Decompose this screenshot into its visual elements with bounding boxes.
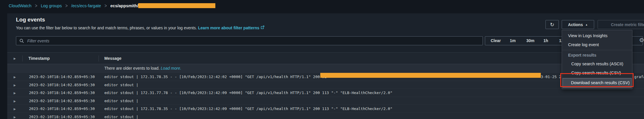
filter-events-box xyxy=(16,36,483,45)
refresh-icon: ↻ xyxy=(550,21,554,28)
actions-dropdown-menu: View in Logs Insights Create log event E… xyxy=(562,30,632,89)
chevron-right-icon: > xyxy=(35,3,37,9)
time-clear-button[interactable]: Clear xyxy=(491,37,501,45)
expand-row-icon[interactable]: ▶ xyxy=(14,84,16,87)
column-divider xyxy=(22,55,23,62)
older-events-notice: There are older events to load. xyxy=(104,66,160,71)
time-1h-button[interactable]: 1h xyxy=(543,37,548,45)
page-title: Log events xyxy=(16,17,45,23)
chevron-right-icon: > xyxy=(105,3,107,9)
older-events-row: There are older events to load. Load mor… xyxy=(7,64,644,73)
filter-events-input[interactable] xyxy=(27,38,479,44)
row-message: editor stdout | 172.31.78.35 - - [10/Feb… xyxy=(104,105,392,113)
expand-row-icon[interactable]: ▶ xyxy=(14,75,16,79)
gear-icon[interactable]: ⚙ xyxy=(639,37,644,44)
breadcrumb-log-groups[interactable]: Log groups xyxy=(41,3,62,8)
row-message-fragment: 3-01-25 21 xyxy=(541,73,563,81)
table-row: ▶ 2023-02-10T18:14:02.859+05:30 editor s… xyxy=(7,97,644,105)
create-metric-filter-button[interactable]: Create metric filter xyxy=(598,20,644,29)
column-header-message: Message xyxy=(104,53,121,64)
column-divider xyxy=(99,55,99,62)
row-timestamp: 2023-02-10T18:14:02.859+05:30 xyxy=(29,73,95,81)
expand-row-icon[interactable]: ▶ xyxy=(14,100,16,103)
external-link-icon xyxy=(261,25,265,29)
breadcrumb-log-group[interactable]: /ecs/ecs-fargate xyxy=(71,3,101,8)
table-row: ▶ 2023-02-10T18:14:02.859+05:30 editor s… xyxy=(7,73,644,81)
row-timestamp: 2023-02-10T18:14:02.859+05:30 xyxy=(29,97,95,105)
table-row: ▶ 2023-02-10T18:14:02.859+05:30 editor s… xyxy=(7,104,644,113)
menu-item-download-search-results-csv[interactable]: Download search results (CSV) xyxy=(563,78,632,88)
search-icon xyxy=(19,39,24,43)
expand-row-icon[interactable]: ▶ xyxy=(14,91,16,95)
chevron-right-icon: > xyxy=(65,3,68,9)
menu-item-create-log-event[interactable]: Create log event xyxy=(562,40,632,49)
caret-up-icon: ▲ xyxy=(585,23,588,26)
breadcrumb: CloudWatch > Log groups > /ecs/ecs-farga… xyxy=(9,3,215,8)
table-row: ▶ 2023-02-10T18:14:02.859+05:30 editor s… xyxy=(7,89,644,97)
breadcrumb-current: ecs/appsmith/ xyxy=(110,3,216,8)
cloudwatch-log-events-page: CloudWatch > Log groups > /ecs/ecs-farga… xyxy=(0,0,644,119)
row-message: editor stdout | xyxy=(104,97,138,105)
load-more-link[interactable]: Load more. xyxy=(161,66,181,71)
row-message: editor stdout | xyxy=(104,81,138,89)
menu-divider xyxy=(562,50,632,50)
refresh-button[interactable]: ↻ xyxy=(545,20,559,29)
log-rows: There are older events to load. Load mor… xyxy=(7,64,644,119)
table-row: ▶ 2023-02-10T18:14:02.859+05:30 editor s… xyxy=(7,113,644,119)
redaction-block xyxy=(138,3,215,8)
row-timestamp: 2023-02-10T18:14:02.859+05:30 xyxy=(29,113,95,119)
row-timestamp: 2023-02-10T18:14:02.859+05:30 xyxy=(29,105,95,113)
table-header: ▶ Timestamp Message xyxy=(7,52,644,64)
row-timestamp: 2023-02-10T18:14:02.859+05:30 xyxy=(29,89,95,97)
row-message: editor stdout | xyxy=(104,113,138,119)
table-row: ▶ 2023-02-10T18:14:02.859+05:30 editor s… xyxy=(7,81,644,89)
menu-item-copy-search-results-ascii[interactable]: Copy search results (ASCII) xyxy=(562,59,632,68)
time-30m-button[interactable]: 30m xyxy=(526,37,534,45)
menu-section-export-results: Export results xyxy=(562,51,632,59)
time-1m-button[interactable]: 1m xyxy=(510,37,516,45)
log-events-panel: Log events You can use the filter bar be… xyxy=(7,13,644,119)
expand-row-icon[interactable]: ▶ xyxy=(14,107,16,111)
menu-item-view-in-logs-insights[interactable]: View in Logs Insights xyxy=(562,31,632,40)
row-message: editor stdout | 172.31.77.78 - - [10/Feb… xyxy=(104,89,392,97)
menu-item-copy-search-results-csv[interactable]: Copy search results (CSV) xyxy=(562,68,632,77)
column-header-timestamp: Timestamp xyxy=(28,53,50,64)
redaction-block xyxy=(320,73,541,78)
row-message-fragment: grafar xyxy=(634,73,644,81)
actions-button[interactable]: Actions ▲ xyxy=(562,20,594,29)
expand-all-icon[interactable]: ▶ xyxy=(14,57,16,60)
row-timestamp: 2023-02-10T18:14:02.859+05:30 xyxy=(29,81,95,89)
learn-more-link[interactable]: Learn more about filter patterns xyxy=(198,26,259,30)
page-description: You can use the filter bar below to sear… xyxy=(16,25,265,30)
row-message: editor stdout | 172.31.78.35 - - [10/Feb… xyxy=(104,73,336,81)
breadcrumb-cloudwatch[interactable]: CloudWatch xyxy=(9,3,31,8)
expand-row-icon[interactable]: ▶ xyxy=(14,116,16,119)
